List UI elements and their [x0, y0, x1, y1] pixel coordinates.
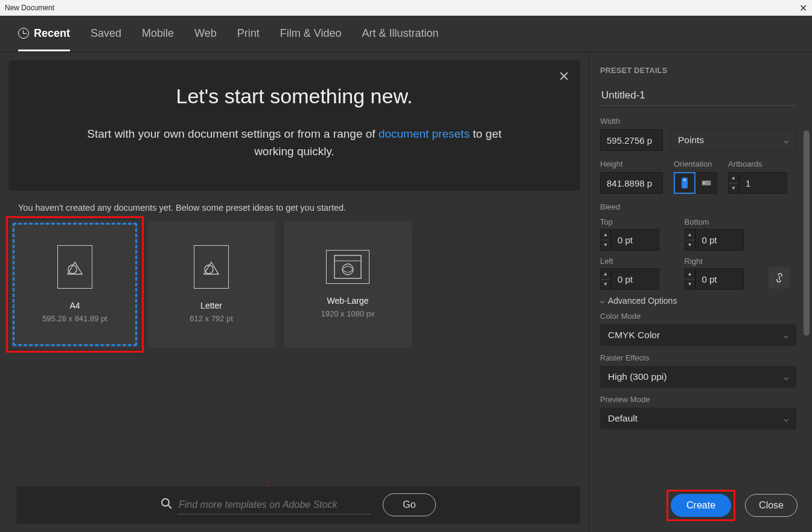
recent-icon	[18, 28, 29, 39]
tab-recent[interactable]: Recent	[18, 16, 70, 51]
preset-card-web-large[interactable]: Web-Large 1920 x 1080 px	[284, 221, 412, 348]
preset-card-letter[interactable]: Letter 612 x 792 pt	[147, 221, 275, 348]
category-tabs: Recent Saved Mobile Web Print Film & Vid…	[0, 16, 812, 52]
annotation-highlight: Create	[667, 490, 735, 521]
svg-point-4	[342, 264, 353, 275]
stock-search-bar: Go	[16, 486, 580, 524]
chevron-down-icon: ⌵	[784, 135, 788, 145]
hero-close-icon[interactable]: ✕	[558, 69, 569, 85]
card-title: Letter	[190, 301, 233, 310]
card-subtitle: 612 x 792 pt	[190, 314, 233, 323]
stock-search-input[interactable]	[177, 496, 371, 514]
bleed-right-input[interactable]	[695, 268, 744, 290]
svg-point-5	[162, 499, 169, 506]
document-icon	[194, 245, 229, 289]
tab-label: Recent	[34, 27, 70, 40]
artboards-input[interactable]	[739, 172, 787, 194]
tab-art-illustration[interactable]: Art & Illustration	[362, 16, 439, 51]
svg-point-10	[703, 182, 705, 184]
chevron-down-icon: ⌵	[784, 372, 788, 382]
close-button[interactable]: Close	[745, 494, 798, 517]
bleed-left-input[interactable]	[611, 268, 659, 290]
units-select[interactable]: Points ⌵	[670, 129, 796, 151]
raster-effects-label: Raster Effects	[600, 353, 796, 362]
artboards-label: Artboards	[728, 159, 796, 168]
orientation-landscape[interactable]	[695, 172, 717, 194]
preset-cards: A4 595.28 x 841.89 pt Letter 612 x 792 p…	[8, 221, 580, 348]
web-icon	[326, 250, 369, 284]
search-icon	[161, 498, 173, 513]
window-title: New Document	[5, 4, 54, 12]
link-bleed-icon[interactable]	[769, 267, 790, 289]
color-mode-select[interactable]: CMYK Color⌵	[600, 324, 796, 346]
preset-details-panel: PRESET DETAILS Untitled-1 Width Points ⌵…	[589, 52, 812, 532]
card-title: Web-Large	[321, 296, 375, 306]
orientation-portrait[interactable]	[674, 172, 695, 194]
go-button[interactable]: Go	[383, 493, 436, 516]
bleed-top-stepper[interactable]: ▲▼	[600, 229, 611, 251]
bleed-bottom-stepper[interactable]: ▲▼	[685, 229, 695, 251]
card-subtitle: 595.28 x 841.89 pt	[42, 314, 107, 323]
window-titlebar: New Document ✕	[0, 0, 812, 16]
artboards-stepper[interactable]: ▲▼	[728, 172, 739, 194]
advanced-options-toggle[interactable]: ⌵ Advanced Options	[600, 296, 796, 306]
bottom-label: Bottom	[685, 217, 758, 226]
raster-effects-select[interactable]: High (300 ppi)⌵	[600, 366, 796, 388]
document-presets-link[interactable]: document presets	[379, 127, 470, 140]
preview-mode-select[interactable]: Default⌵	[600, 408, 796, 429]
bleed-bottom-input[interactable]	[695, 229, 744, 251]
create-button[interactable]: Create	[671, 494, 731, 517]
hero-heading: Let's start something new.	[27, 85, 562, 108]
height-label: Height	[600, 159, 663, 168]
document-icon	[57, 245, 92, 289]
tab-print[interactable]: Print	[237, 16, 260, 51]
panel-scrollbar[interactable]	[804, 130, 810, 336]
height-input[interactable]	[600, 172, 663, 194]
svg-point-8	[683, 179, 686, 181]
tab-mobile[interactable]: Mobile	[142, 16, 174, 51]
card-subtitle: 1920 x 1080 px	[321, 309, 375, 318]
bleed-label: Bleed	[600, 202, 796, 211]
svg-line-6	[168, 505, 171, 508]
left-label: Left	[600, 257, 674, 266]
right-label: Right	[685, 257, 758, 266]
preview-mode-label: Preview Mode	[600, 395, 796, 404]
chevron-down-icon: ⌵	[784, 330, 788, 340]
top-label: Top	[600, 217, 674, 226]
tab-saved[interactable]: Saved	[91, 16, 121, 51]
tab-web[interactable]: Web	[194, 16, 217, 51]
preset-card-a4[interactable]: A4 595.28 x 841.89 pt	[11, 221, 139, 348]
hero-panel: ✕ Let's start something new. Start with …	[8, 60, 580, 191]
width-input[interactable]	[600, 129, 663, 151]
bleed-right-stepper[interactable]: ▲▼	[685, 268, 695, 290]
window-close-icon[interactable]: ✕	[799, 2, 807, 14]
tab-film-video[interactable]: Film & Video	[280, 16, 342, 51]
bleed-left-stepper[interactable]: ▲▼	[600, 268, 611, 290]
chevron-down-icon: ⌵	[600, 296, 604, 305]
preset-hint: You haven't created any documents yet. B…	[18, 203, 580, 213]
orientation-label: Orientation	[674, 159, 717, 168]
document-name-input[interactable]: Untitled-1	[600, 86, 796, 106]
chevron-down-icon: ⌵	[784, 414, 788, 423]
bleed-top-input[interactable]	[611, 229, 659, 251]
hero-subtext: Start with your own document settings or…	[83, 125, 506, 161]
card-title: A4	[42, 301, 107, 310]
width-label: Width	[600, 117, 796, 126]
color-mode-label: Color Mode	[600, 312, 796, 321]
panel-heading: PRESET DETAILS	[600, 66, 796, 75]
